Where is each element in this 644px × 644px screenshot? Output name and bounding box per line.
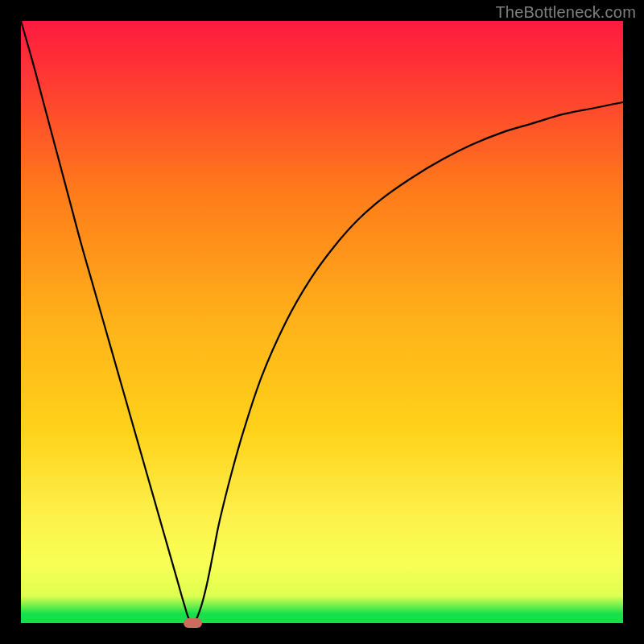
bottleneck-marker — [184, 618, 202, 629]
chart-curve — [21, 21, 623, 623]
watermark-label: TheBottleneck.com — [495, 3, 636, 22]
chart-plot-area — [21, 21, 623, 623]
